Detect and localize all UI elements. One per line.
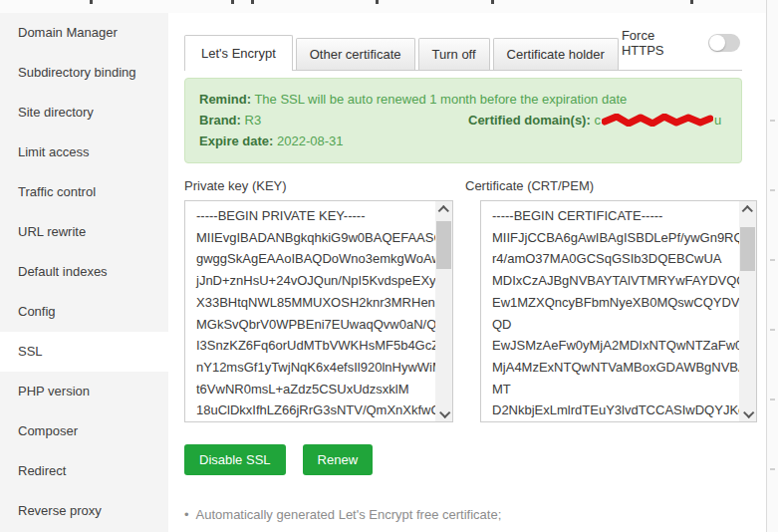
certificate-content: -----BEGIN CERTIFICATE----- MIIFJjCCBA6g… [481, 201, 756, 421]
key-line: gwggSkAgEAAoIBAQDoWno3emkgWoAw [196, 248, 430, 270]
sidebar-item-default-indexes[interactable]: Default indexes [0, 252, 168, 292]
cert-line: QD [492, 314, 734, 336]
cert-line: Ew1MZXQncyBFbmNyeXB0MQswCQYDVQ [492, 292, 734, 314]
tab-lets-encrypt[interactable]: Let's Encrypt [184, 35, 293, 71]
sidebar-item-ssl[interactable]: SSL [0, 332, 168, 372]
brand-value: R3 [245, 113, 262, 128]
sidebar-item-domain-manager[interactable]: Domain Manager [0, 13, 168, 53]
private-key-content: -----BEGIN PRIVATE KEY----- MIIEvgIBADAN… [185, 201, 452, 421]
action-buttons: Disable SSL Renew [184, 444, 767, 475]
cert-line: MIIFJjCCBA6gAwIBAgISBDLePf/ywGn9RQfk [492, 227, 734, 249]
cert-line: D2NkbjExLmlrdTEuY3lvdTCCASIwDQYJKoZI [492, 399, 734, 421]
cropped-header-strip [0, 0, 778, 13]
alert-remind-line: Remind: The SSL will be auto renewed 1 m… [199, 89, 727, 110]
cert-line: -----BEGIN CERTIFICATE----- [492, 205, 734, 227]
brand-label: Brand: [199, 113, 241, 128]
cert-line: MT [492, 379, 734, 400]
certified-domain-suffix: u [714, 113, 721, 128]
key-line: -----BEGIN PRIVATE KEY----- [196, 205, 430, 227]
scrollbar-thumb[interactable] [740, 227, 755, 271]
force-https-label: Force HTTPS [622, 28, 697, 58]
certified-domains-label: Certified domain(s): [468, 113, 591, 128]
key-line: MGkSvQbrV0WPBEni7EUwaqQvw0aN/QfSp [196, 314, 430, 336]
disable-ssl-button[interactable]: Disable SSL [184, 444, 286, 475]
page-scrollbar[interactable] [766, 0, 778, 532]
cert-line: r4/amO37MA0GCSqGSIb3DQEBCwUA [492, 248, 734, 270]
note-item: •Automatically generated Let's Encrypt f… [184, 502, 767, 528]
bullet-icon: • [184, 507, 189, 522]
private-key-label: Private key (KEY) [184, 178, 453, 193]
note-item: •If you have your own SSL, please switch… [184, 528, 767, 532]
remind-label: Remind: [199, 92, 251, 107]
cert-line: EwJSMzAeFw0yMjA2MDIxNTQwNTZaFw0y [492, 335, 734, 357]
toggle-knob-icon [709, 35, 725, 51]
cert-line: MDIxCzAJBgNVBAYTAlVTMRYwFAYDVQQK [492, 270, 734, 292]
certificate-label: Certificate (CRT/PEM) [465, 178, 758, 193]
sidebar-item-limit-access[interactable]: Limit access [0, 133, 168, 172]
chevron-up-icon[interactable] [435, 201, 452, 218]
alert-brand-line: Brand: R3 Certified domain(s): cu [199, 110, 727, 131]
alert-expire-line: Expire date: 2022-08-31 [199, 131, 727, 151]
sidebar-item-config[interactable]: Config [0, 292, 168, 332]
sidebar-item-composer[interactable]: Composer [0, 411, 168, 451]
key-line: nY12msGf1yTwjNqK6x4efsIl920lnHywWiMG [196, 357, 430, 379]
chevron-down-icon[interactable] [739, 404, 756, 421]
certificate-textarea[interactable]: -----BEGIN CERTIFICATE----- MIIFJjCCBA6g… [480, 200, 757, 422]
help-notes: •Automatically generated Let's Encrypt f… [184, 502, 767, 532]
remind-text: The SSL will be auto renewed 1 month bef… [254, 92, 627, 107]
note-text: Automatically generated Let's Encrypt fr… [196, 507, 502, 522]
cert-line: MjA4MzExNTQwNTVaMBoxGDAWBgNVBA [492, 357, 734, 379]
chevron-up-icon[interactable] [739, 201, 756, 218]
ssl-tabs: Let's Encrypt Other certificate Turn off… [184, 22, 742, 71]
expire-date-label: Expire date: [199, 133, 273, 148]
sidebar-item-php-version[interactable]: PHP version [0, 372, 168, 411]
key-line: X33BHtqNWL85MMUXOSH2knr3MRHen [196, 292, 430, 314]
key-line: I3SnzKZ6Fq6orUdMTbVWKHsMF5b4GcZ [196, 335, 430, 357]
private-key-textarea[interactable]: -----BEGIN PRIVATE KEY----- MIIEvgIBADAN… [184, 200, 453, 422]
redaction-scribble [602, 114, 713, 127]
sidebar-item-site-directory[interactable]: Site directory [0, 93, 168, 133]
sidebar-item-traffic-control[interactable]: Traffic control [0, 172, 168, 212]
expire-date-value: 2022-08-31 [277, 133, 344, 148]
tab-turn-off[interactable]: Turn off [418, 38, 490, 70]
renew-button[interactable]: Renew [303, 444, 373, 475]
site-settings-sidebar: Domain Manager Subdirectory binding Site… [0, 13, 168, 532]
sidebar-item-subdirectory-binding[interactable]: Subdirectory binding [0, 53, 168, 93]
force-https-control: Force HTTPS [622, 22, 742, 70]
certified-domain-prefix: c [594, 113, 601, 128]
chevron-down-icon[interactable] [435, 404, 452, 421]
tab-other-certificate[interactable]: Other certificate [296, 38, 415, 70]
private-key-scrollbar[interactable] [435, 201, 452, 421]
key-line: jJnD+znHsU+24vOJQun/NpI5KvdspeEXyQ8 [196, 270, 430, 292]
key-line: 18uClDkxIfhLZ66jRrG3sNTV/QmXnXkfwCtz [196, 399, 430, 421]
key-line: MIIEvgIBADANBgkqhkiG9w0BAQEFAASCBK [196, 227, 430, 249]
sidebar-item-reverse-proxy[interactable]: Reverse proxy [0, 491, 168, 531]
key-line: t6VwNR0msL+aZdz5CSUxUdzsxklM [196, 379, 430, 400]
certificate-fields: Private key (KEY) -----BEGIN PRIVATE KEY… [184, 178, 767, 422]
ssl-panel: Let's Encrypt Other certificate Turn off… [168, 13, 767, 532]
force-https-toggle[interactable] [708, 34, 740, 52]
certificate-scrollbar[interactable] [739, 201, 756, 421]
sidebar-item-redirect[interactable]: Redirect [0, 451, 168, 491]
sidebar-item-url-rewrite[interactable]: URL rewrite [0, 212, 168, 252]
ssl-info-alert: Remind: The SSL will be auto renewed 1 m… [184, 78, 742, 163]
tab-certificate-holder[interactable]: Certificate holder [493, 38, 619, 70]
scrollbar-thumb[interactable] [436, 221, 451, 269]
